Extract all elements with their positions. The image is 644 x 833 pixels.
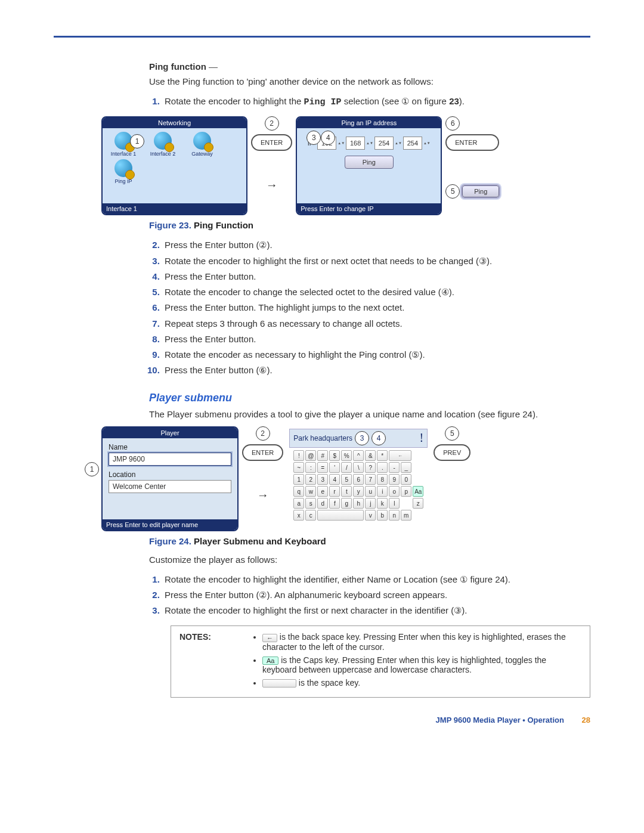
player-annot-4: 4 [371, 431, 386, 445]
note-1-text: is the back space key. Pressing Enter wh… [262, 632, 566, 651]
backspace-key-sample: ← [262, 634, 277, 642]
top-rule [54, 36, 590, 38]
page-number: 28 [582, 716, 590, 724]
figure-23-mid: 2 ENTER → [251, 116, 292, 192]
keyboard-screen: Park headquarters 3 4 ! ! @ # $ % ^ & * … [287, 426, 430, 523]
fig23-text: Ping Function [194, 220, 253, 230]
notes-label: NOTES: [179, 632, 211, 691]
figure-23-caption: Figure 23. Ping Function [149, 219, 590, 231]
key: 2 [305, 474, 316, 485]
footer-text: JMP 9600 Media Player • Operation [436, 716, 564, 724]
prev-button-diagram: PREV [434, 444, 470, 461]
interface-2-label: Interface 2 [150, 151, 176, 157]
key: h [353, 498, 364, 509]
annot-4: 4 [321, 131, 335, 145]
key: 0 [401, 474, 411, 485]
figure-24-mid: 2 ENTER → [242, 426, 283, 502]
key: ' [329, 462, 340, 473]
caps-key-sample: Aa [262, 657, 278, 665]
step-2: Press the Enter button (②). [162, 237, 590, 253]
key: x [293, 510, 304, 521]
fig23-num: Figure 23. [149, 220, 194, 230]
key: ! [293, 450, 304, 461]
key: c [305, 510, 316, 521]
ping-intro: Use the Ping function to 'ping' another … [149, 75, 590, 88]
key: ~ [293, 462, 304, 473]
step-1-fig: 23 [449, 96, 459, 106]
interface-2-icon: Interface 2 [145, 132, 180, 157]
note-3-text: is the space key. [296, 678, 360, 688]
title-dash: — [206, 61, 218, 72]
key: @ [305, 450, 316, 461]
key: _ [401, 462, 411, 473]
ip-oct-2: 168 [346, 137, 365, 150]
note-1: ← is the back space key. Pressing Enter … [262, 632, 581, 651]
player-submenu-heading: Player submenu [149, 392, 590, 404]
key: 3 [317, 474, 328, 485]
key: o [389, 486, 400, 497]
key: 8 [377, 474, 388, 485]
annot-2: 2 [265, 116, 279, 131]
annot-6: 6 [445, 116, 460, 131]
step-9: Rotate the encoder as necessary to highl… [162, 347, 590, 363]
key: 6 [353, 474, 364, 485]
player-screen: Player Name JMP 9600 Location Welcome Ce… [101, 426, 239, 531]
key: k [377, 498, 388, 509]
enter-button-diagram-2: ENTER [445, 134, 499, 151]
player-annot-1: 1 [85, 462, 99, 476]
fig24-text: Player Submenu and Keyboard [194, 536, 326, 546]
arrow-icon: → [266, 178, 278, 192]
key: b [377, 510, 388, 521]
key: * [377, 450, 388, 461]
key: m [401, 510, 411, 521]
space-key [317, 510, 364, 521]
figure-24-caption: Figure 24. Player Submenu and Keyboard [149, 535, 590, 547]
key: ? [365, 462, 376, 473]
keyboard-title-row: Park headquarters 3 4 ! [289, 429, 428, 448]
key: 5 [341, 474, 352, 485]
key: z [413, 498, 423, 509]
enter-button-diagram-3: ENTER [242, 444, 283, 461]
key: f [329, 498, 340, 509]
key: r [329, 486, 340, 497]
space-key-sample [262, 679, 296, 688]
step-1-pre: Rotate the encoder to highlight the [165, 96, 304, 106]
player-header: Player [103, 428, 237, 438]
ping-function-title: Ping function [149, 61, 206, 72]
cursor-char: ! [388, 431, 423, 445]
key: 7 [365, 474, 376, 485]
ping-steps-part1: Rotate the encoder to highlight the Ping… [162, 94, 590, 110]
step-3: Rotate the encoder to highlight the firs… [162, 253, 590, 269]
key: e [317, 486, 328, 497]
keyboard-entered-text: Park headquarters [293, 434, 352, 442]
arrow-icon-2: → [257, 488, 269, 502]
key: : [305, 462, 316, 473]
ping-footer: Press Enter to change IP [297, 203, 441, 214]
gateway-icon: Gateway [185, 132, 219, 157]
key: w [305, 486, 316, 497]
customize-step-1: Rotate the encoder to highlight the iden… [162, 572, 590, 587]
key: - [389, 462, 400, 473]
key: l [389, 498, 400, 509]
note-2-text: is the Caps key. Pressing Enter when thi… [262, 655, 546, 674]
ping-button-screen: Ping [345, 156, 394, 169]
step-7: Repeat steps 3 through 6 as necessary to… [162, 316, 590, 332]
location-input: Welcome Center [109, 480, 231, 493]
key: y [353, 486, 364, 497]
ping-highlight-btn: Ping [462, 185, 499, 197]
key: i [377, 486, 388, 497]
page-footer: JMP 9600 Media Player • Operation 28 [149, 716, 590, 724]
step-4: Press the Enter button. [162, 269, 590, 284]
customize-intro: Customize the player as follows: [149, 553, 590, 566]
key: 1 [293, 474, 304, 485]
key: # [317, 450, 328, 461]
step-1-post: selection (see [342, 96, 402, 106]
step-1: Rotate the encoder to highlight the Ping… [162, 94, 590, 110]
key: = [317, 462, 328, 473]
key: j [365, 498, 376, 509]
key: 9 [389, 474, 400, 485]
step-8: Press the Enter button. [162, 332, 590, 347]
interface-1-label: Interface 1 [111, 151, 137, 157]
step-1-code: Ping IP [304, 97, 342, 107]
customize-steps: Rotate the encoder to highlight the iden… [162, 572, 590, 619]
